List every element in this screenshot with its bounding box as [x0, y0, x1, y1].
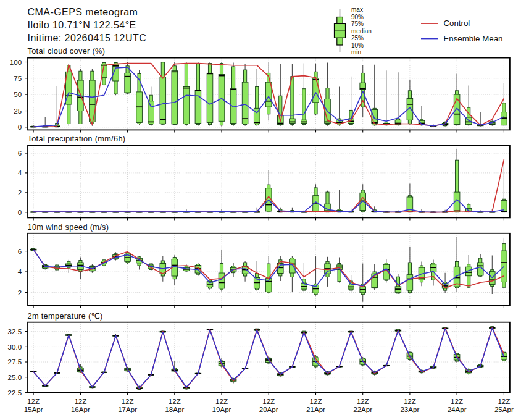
svg-text:25%: 25% [351, 35, 364, 41]
svg-text:Initime: 20260415 12UTC: Initime: 20260415 12UTC [28, 33, 147, 43]
svg-text:Total precipitation (mm/6h): Total precipitation (mm/6h) [28, 134, 126, 143]
svg-text:12Z: 12Z [451, 397, 463, 405]
svg-text:12Z: 12Z [74, 397, 86, 405]
svg-text:2: 2 [18, 288, 22, 296]
svg-text:15Apr: 15Apr [24, 405, 43, 413]
svg-text:4: 4 [18, 169, 22, 177]
svg-text:Ensemble Mean: Ensemble Mean [443, 34, 502, 43]
svg-text:12Z: 12Z [215, 397, 228, 405]
svg-text:min: min [351, 49, 361, 56]
svg-text:12Z: 12Z [122, 397, 134, 405]
svg-text:0: 0 [18, 208, 22, 216]
svg-text:Iloilo 10.71°N 122.54°E: Iloilo 10.71°N 122.54°E [28, 20, 136, 30]
svg-text:16Apr: 16Apr [71, 405, 90, 413]
svg-text:32.5: 32.5 [8, 327, 22, 335]
svg-text:2m temperature (℃): 2m temperature (℃) [28, 311, 103, 321]
svg-text:12Z: 12Z [262, 397, 275, 405]
svg-text:4: 4 [18, 267, 22, 275]
svg-text:12Z: 12Z [498, 397, 510, 405]
svg-text:19Apr: 19Apr [212, 405, 231, 413]
svg-text:75%: 75% [351, 20, 364, 27]
svg-text:22.5: 22.5 [8, 388, 22, 397]
svg-text:20Apr: 20Apr [259, 405, 278, 413]
svg-text:CMA-GEPS meteogram: CMA-GEPS meteogram [28, 7, 138, 17]
svg-text:Total cloud cover (%): Total cloud cover (%) [28, 46, 106, 56]
svg-text:17Apr: 17Apr [118, 405, 137, 413]
svg-text:18Apr: 18Apr [165, 405, 184, 413]
svg-text:27.5: 27.5 [8, 358, 22, 366]
svg-text:22Apr: 22Apr [353, 405, 372, 413]
svg-text:23Apr: 23Apr [400, 405, 419, 413]
svg-text:median: median [351, 28, 372, 35]
svg-text:6: 6 [18, 149, 22, 157]
svg-text:90%: 90% [351, 14, 364, 20]
svg-text:12Z: 12Z [404, 397, 416, 405]
svg-text:25.0: 25.0 [8, 373, 22, 381]
svg-text:12Z: 12Z [169, 397, 181, 405]
svg-text:12Z: 12Z [310, 397, 322, 405]
svg-text:2: 2 [18, 188, 22, 196]
svg-text:30.0: 30.0 [8, 343, 22, 351]
svg-text:12Z: 12Z [357, 397, 369, 405]
svg-text:21Apr: 21Apr [306, 405, 325, 413]
svg-text:25: 25 [14, 107, 22, 115]
svg-text:Control: Control [443, 19, 470, 28]
svg-text:25Apr: 25Apr [494, 405, 514, 413]
svg-text:24Apr: 24Apr [448, 405, 467, 413]
svg-text:10%: 10% [351, 42, 364, 49]
svg-text:max: max [351, 6, 363, 13]
svg-text:50: 50 [14, 90, 22, 98]
svg-text:10m wind speed (m/s): 10m wind speed (m/s) [28, 222, 109, 232]
svg-text:6: 6 [18, 247, 22, 255]
svg-text:0: 0 [18, 123, 22, 131]
svg-text:75: 75 [14, 74, 22, 82]
svg-text:12Z: 12Z [27, 397, 40, 405]
svg-text:100: 100 [10, 58, 22, 66]
